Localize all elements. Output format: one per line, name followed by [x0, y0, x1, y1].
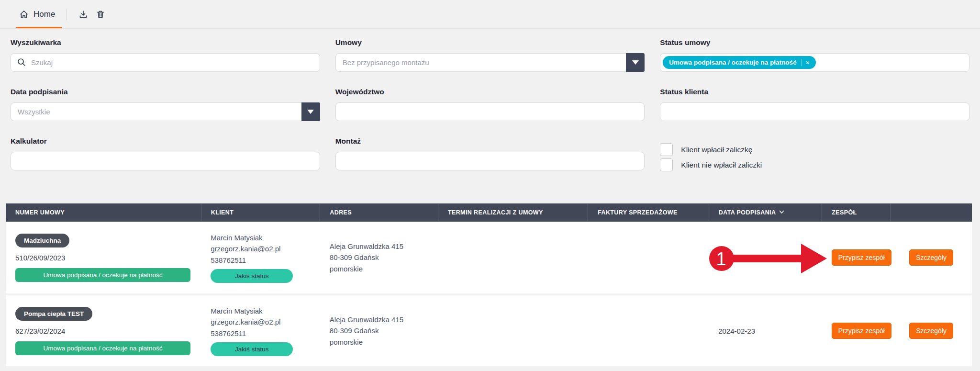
filter-status-umowy: Status umowy Umowa podpisana / oczekuje … [660, 38, 969, 72]
client-name: Marcin Matysiak [211, 232, 317, 243]
col-header-data-podpisania[interactable]: DATA PODPISANIA [709, 203, 822, 222]
details-button[interactable]: Szczegóły [909, 323, 953, 339]
client-email: grzegorz.kania@o2.pl [211, 316, 317, 327]
checkbox-klient-nie-wplacil[interactable]: Klient nie wpłacił zaliczki [660, 158, 969, 171]
checkbox-icon[interactable] [660, 158, 673, 171]
data-podpisania-cell: 2024-02-23 [709, 294, 822, 367]
zaliczka-checkbox-group: Klient wpłacił zaliczkę Klient nie wpłac… [660, 137, 969, 174]
checkbox-label: Klient wpłacił zaliczkę [681, 146, 752, 154]
data-podpisania-cell [709, 222, 822, 294]
tabbar-divider [67, 9, 67, 20]
contracts-table: NUMER UMOWY KLIENT ADRES TERMIN REALIZAC… [6, 203, 972, 368]
col-header-adres[interactable]: ADRES [320, 203, 438, 222]
data-podpisania-dropdown-button[interactable] [301, 102, 320, 121]
checkbox-icon[interactable] [660, 143, 673, 156]
address-city: 80-309 Gdańsk [330, 252, 435, 263]
address-region: pomorskie [330, 337, 435, 348]
address-city: 80-309 Gdańsk [330, 325, 435, 336]
address-street: Aleja Grunwaldzka 415 [330, 241, 435, 252]
montaz-label: Montaż [335, 137, 645, 146]
status-umowy-tag-label: Umowa podpisana / oczekuje na płatność [669, 59, 796, 66]
status-umowy-field[interactable]: Umowa podpisana / oczekuje na płatność × [660, 53, 969, 72]
data-podpisania-input[interactable] [11, 102, 320, 121]
checkbox-label: Klient nie wpłacił zaliczki [681, 161, 762, 169]
faktury-cell [588, 294, 709, 367]
search-label: Wyszukiwarka [11, 38, 320, 47]
umowy-dropdown-button[interactable] [626, 53, 645, 72]
contract-number: 627/23/02/2024 [15, 327, 65, 335]
filter-status-klienta: Status klienta [660, 88, 969, 121]
table-header-row: NUMER UMOWY KLIENT ADRES TERMIN REALIZAC… [6, 203, 972, 222]
tag-remove-icon[interactable]: × [806, 59, 810, 66]
filter-panel: Wyszukiwarka Umowy Status umowy Umowa po… [0, 29, 980, 174]
contracts-table-wrap: NUMER UMOWY KLIENT ADRES TERMIN REALIZAC… [6, 203, 972, 368]
assign-team-button[interactable]: Przypisz zespół [832, 323, 891, 339]
col-header-faktury[interactable]: FAKTURY SPRZEDAŻOWE [588, 203, 709, 222]
status-klienta-input[interactable] [660, 102, 969, 121]
filter-search: Wyszukiwarka [11, 38, 320, 72]
filter-kalkulator: Kalkulator [11, 137, 320, 174]
status-umowy-label: Status umowy [660, 38, 969, 47]
download-tray-icon [78, 10, 88, 19]
status-klienta-label: Status klienta [660, 88, 969, 96]
table-row: Madziuchna 510/26/09/2023 Umowa podpisan… [6, 222, 972, 294]
filter-wojewodztwo: Województwo [335, 88, 645, 121]
contract-name-badge: Madziuchna [15, 234, 69, 247]
termin-realizacji-cell [438, 294, 588, 367]
address-region: pomorskie [330, 263, 435, 274]
contract-status-badge: Umowa podpisana / oczekuje na płatność [15, 268, 190, 282]
trash-icon [96, 10, 105, 19]
assign-team-button[interactable]: Przypisz zespół [832, 249, 891, 266]
filter-montaz: Montaż [335, 137, 645, 174]
client-status-badge: Jakiś status [211, 269, 293, 283]
kalkulator-input[interactable] [11, 152, 320, 170]
dropdown-arrow-icon [307, 110, 314, 114]
client-name: Marcin Matysiak [211, 305, 317, 316]
filter-umowy: Umowy [335, 38, 645, 72]
umowy-input[interactable] [335, 53, 645, 72]
montaz-input[interactable] [335, 152, 645, 170]
faktury-cell [588, 222, 709, 294]
umowy-label: Umowy [335, 38, 645, 47]
wojewodztwo-input[interactable] [335, 102, 645, 121]
col-header-klient[interactable]: KLIENT [201, 203, 320, 222]
col-header-termin-realizacji[interactable]: TERMIN REALIZACJI Z UMOWY [438, 203, 588, 222]
col-header-zespol[interactable]: ZESPÓŁ [822, 203, 891, 222]
kalkulator-label: Kalkulator [11, 137, 320, 146]
table-row: Pompa ciepła TEST 627/23/02/2024 Umowa p… [6, 294, 972, 367]
client-phone: 538762511 [211, 328, 317, 339]
filter-data-podpisania: Data podpisania [11, 88, 320, 121]
delete-button[interactable] [92, 6, 109, 23]
home-icon [19, 10, 29, 19]
status-umowy-tag[interactable]: Umowa podpisana / oczekuje na płatność × [663, 56, 816, 69]
tab-home-label: Home [33, 10, 55, 19]
contract-name-badge: Pompa ciepła TEST [15, 307, 92, 321]
col-header-numer-umowy[interactable]: NUMER UMOWY [6, 203, 201, 222]
termin-realizacji-cell [438, 222, 588, 294]
wojewodztwo-label: Województwo [335, 88, 645, 96]
client-phone: 538762511 [211, 255, 317, 266]
sort-chevron-down-icon [779, 210, 784, 214]
client-email: grzegorz.kania@o2.pl [211, 243, 317, 254]
tab-bar: Home [0, 0, 980, 29]
tag-divider [801, 59, 802, 66]
dropdown-arrow-icon [632, 60, 639, 65]
search-icon [17, 57, 26, 67]
details-button[interactable]: Szczegóły [909, 249, 953, 266]
checkbox-klient-wplacil[interactable]: Klient wpłacił zaliczkę [660, 143, 969, 156]
tab-home[interactable]: Home [16, 0, 62, 28]
import-button[interactable] [75, 6, 92, 23]
col-header-actions [891, 203, 972, 222]
contract-status-badge: Umowa podpisana / oczekuje na płatność [15, 341, 190, 355]
address-street: Aleja Grunwaldzka 415 [330, 314, 435, 325]
data-podpisania-label: Data podpisania [11, 88, 320, 96]
search-input[interactable] [11, 53, 320, 72]
client-status-badge: Jakiś status [211, 342, 293, 356]
contract-number: 510/26/09/2023 [15, 254, 65, 262]
